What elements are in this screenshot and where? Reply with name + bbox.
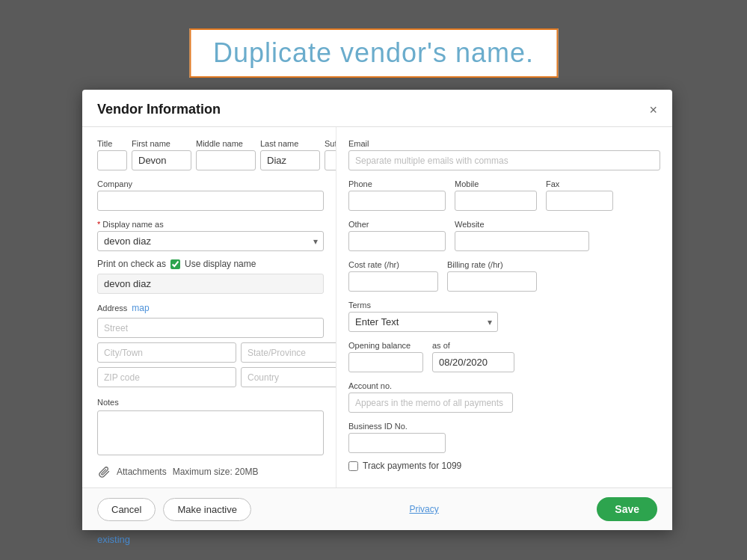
company-group: Company <box>97 179 324 211</box>
bg-existing-text: existing <box>97 534 130 545</box>
cost-rate-input[interactable] <box>348 271 438 292</box>
cancel-button[interactable]: Cancel <box>97 498 156 521</box>
as-of-input[interactable] <box>432 352 514 372</box>
attachments-max-size: Maximum size: 20MB <box>173 467 259 477</box>
vendor-modal: Vendor Information × Title First name Mi… <box>82 90 672 530</box>
modal-footer: Cancel Make inactive Privacy Save <box>82 487 672 530</box>
last-name-label: Last name <box>260 139 320 148</box>
attachments-row: Attachments Maximum size: 20MB <box>97 465 324 479</box>
middle-name-group: Middle name <box>196 139 256 170</box>
modal-title: Vendor Information <box>97 102 221 117</box>
rate-row: Cost rate (/hr) Billing rate (/hr) <box>348 260 660 292</box>
account-no-input[interactable] <box>348 393 513 413</box>
left-column: Title First name Middle name Last name S… <box>82 127 336 487</box>
street-input[interactable] <box>97 318 324 338</box>
title-input[interactable] <box>97 150 127 170</box>
display-name-group: Display name as devon diaz <box>97 220 324 251</box>
mobile-input[interactable] <box>455 191 537 211</box>
opening-balance-input[interactable] <box>348 352 423 372</box>
account-no-label: Account no. <box>348 381 660 390</box>
mobile-group: Mobile <box>455 179 537 211</box>
track-payments-checkbox[interactable] <box>348 461 358 471</box>
middle-name-input[interactable] <box>196 150 256 170</box>
other-input[interactable] <box>348 231 446 251</box>
display-name-select[interactable]: devon diaz <box>97 231 324 251</box>
other-website-row: Other Website <box>348 220 660 251</box>
opening-balance-group: Opening balance <box>348 341 423 372</box>
zip-input[interactable] <box>97 367 236 387</box>
track-payments-row: Track payments for 1099 <box>348 461 660 471</box>
business-id-label: Business ID No. <box>348 422 660 431</box>
terms-group: Terms Enter Text <box>348 301 660 332</box>
print-on-check-label: Print on check as <box>97 259 166 269</box>
notes-label: Notes <box>97 398 119 407</box>
map-link[interactable]: map <box>132 303 149 313</box>
billing-rate-input[interactable] <box>447 271 537 292</box>
website-label: Website <box>455 220 589 229</box>
other-label: Other <box>348 220 446 229</box>
account-no-group: Account no. <box>348 381 660 413</box>
phone-input[interactable] <box>348 191 446 211</box>
opening-balance-label: Opening balance <box>348 341 423 350</box>
use-display-name-checkbox[interactable] <box>170 259 180 269</box>
country-input[interactable] <box>241 367 336 387</box>
modal-header: Vendor Information × <box>82 90 672 127</box>
cost-rate-group: Cost rate (/hr) <box>348 260 438 292</box>
email-input[interactable] <box>348 150 660 170</box>
track-payments-label: Track payments for 1099 <box>363 461 461 471</box>
other-group: Other <box>348 220 446 251</box>
fax-input[interactable] <box>546 191 613 211</box>
address-label: Address <box>97 304 127 313</box>
attachments-label: Attachments <box>117 467 167 477</box>
phone-row: Phone Mobile Fax <box>348 179 660 211</box>
city-input[interactable] <box>97 342 236 363</box>
privacy-link[interactable]: Privacy <box>409 504 438 514</box>
title-label: Title <box>97 139 127 148</box>
phone-group: Phone <box>348 179 446 211</box>
terms-label: Terms <box>348 301 660 310</box>
as-of-label: as of <box>432 341 514 350</box>
email-group: Email <box>348 139 660 170</box>
close-button[interactable]: × <box>649 103 657 117</box>
cost-rate-label: Cost rate (/hr) <box>348 260 438 269</box>
fax-label: Fax <box>546 179 613 188</box>
use-display-name-label: Use display name <box>185 259 256 269</box>
email-label: Email <box>348 139 660 148</box>
state-input[interactable] <box>241 342 336 363</box>
notes-textarea[interactable] <box>97 410 324 455</box>
terms-select-wrapper: Enter Text <box>348 312 498 332</box>
make-inactive-button[interactable]: Make inactive <box>163 498 250 521</box>
right-column: Email Phone Mobile Fax <box>336 127 672 487</box>
modal-body: Title First name Middle name Last name S… <box>82 127 672 487</box>
mobile-label: Mobile <box>455 179 537 188</box>
attachment-icon <box>97 465 111 479</box>
footer-left: Cancel Make inactive <box>97 498 251 521</box>
display-name-select-wrapper: devon diaz <box>97 231 324 251</box>
address-label-row: Address map <box>97 303 324 313</box>
city-state-row <box>97 342 324 363</box>
last-name-group: Last name <box>260 139 320 170</box>
middle-name-label: Middle name <box>196 139 256 148</box>
suffix-input[interactable] <box>325 150 336 170</box>
name-row: Title First name Middle name Last name S… <box>97 139 324 170</box>
terms-select[interactable]: Enter Text <box>348 312 498 332</box>
duplicate-banner-text: Duplicate vendor's name. <box>213 37 534 69</box>
website-group: Website <box>455 220 589 251</box>
first-name-label: First name <box>132 139 191 148</box>
suffix-group: Suffix <box>325 139 336 170</box>
zip-country-row <box>97 367 324 387</box>
fax-group: Fax <box>546 179 613 211</box>
first-name-input[interactable] <box>132 150 191 170</box>
print-on-check-input[interactable] <box>97 274 324 294</box>
save-button[interactable]: Save <box>597 497 657 521</box>
billing-rate-label: Billing rate (/hr) <box>447 260 537 269</box>
business-id-input[interactable] <box>348 433 446 453</box>
last-name-input[interactable] <box>260 150 320 170</box>
duplicate-banner: Duplicate vendor's name. <box>189 28 558 78</box>
print-on-check-row: Print on check as Use display name <box>97 259 324 269</box>
company-input[interactable] <box>97 191 324 211</box>
billing-rate-group: Billing rate (/hr) <box>447 260 537 292</box>
suffix-label: Suffix <box>325 139 336 148</box>
title-group: Title <box>97 139 127 170</box>
website-input[interactable] <box>455 231 589 251</box>
